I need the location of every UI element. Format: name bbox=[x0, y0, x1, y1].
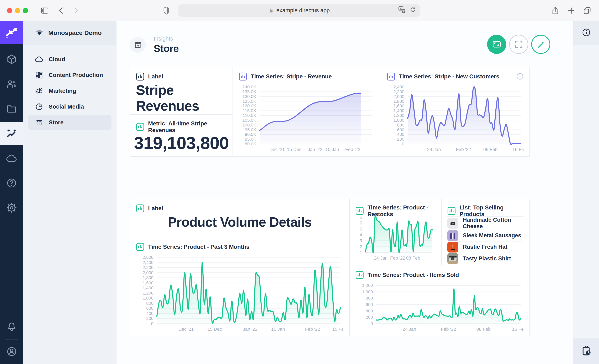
megaphone-icon bbox=[35, 87, 43, 95]
product-name: Handmade Cotton Cheese bbox=[463, 217, 523, 230]
module-gear-icon[interactable] bbox=[0, 196, 23, 219]
svg-text:800: 800 bbox=[366, 296, 373, 300]
panel-label-product: Label Product Volume Details bbox=[130, 199, 349, 237]
directus-logo[interactable] bbox=[0, 21, 23, 44]
product-list-item[interactable]: Sleek Metal Sausages bbox=[447, 230, 523, 241]
new-tab-icon[interactable] bbox=[566, 5, 577, 16]
svg-text:800: 800 bbox=[146, 301, 153, 306]
svg-text:2: 2 bbox=[360, 244, 362, 249]
module-account-icon[interactable] bbox=[0, 340, 23, 363]
reload-icon[interactable] bbox=[409, 6, 416, 15]
svg-text:0: 0 bbox=[370, 321, 373, 326]
svg-text:15 Dec: 15 Dec bbox=[207, 327, 222, 332]
svg-text:105.0K: 105.0K bbox=[242, 118, 256, 123]
product-thumbnail bbox=[447, 253, 458, 264]
svg-text:1,600: 1,600 bbox=[142, 280, 153, 285]
svg-text:110.0K: 110.0K bbox=[243, 113, 256, 118]
svg-text:Feb '22: Feb '22 bbox=[390, 255, 405, 261]
module-help-icon[interactable] bbox=[0, 171, 23, 195]
svg-text:140.0K: 140.0K bbox=[242, 85, 256, 89]
share-icon[interactable] bbox=[550, 5, 561, 16]
browser-forward-icon bbox=[71, 5, 81, 16]
svg-text:800: 800 bbox=[397, 123, 404, 127]
svg-text:1: 1 bbox=[360, 250, 362, 255]
edit-dashboard-button[interactable] bbox=[531, 35, 550, 54]
module-cloud-icon[interactable] bbox=[0, 147, 23, 170]
fit-screen-button[interactable] bbox=[487, 35, 506, 54]
svg-text:1,800: 1,800 bbox=[393, 99, 404, 104]
top-products-list: Handmade Cotton CheeseSleek Metal Sausag… bbox=[447, 216, 523, 264]
label-text: Stripe Revenues bbox=[136, 82, 227, 114]
sidebar-item-marketing[interactable]: Marketing bbox=[28, 83, 112, 98]
svg-text:1,000: 1,000 bbox=[362, 289, 373, 294]
svg-text:文: 文 bbox=[403, 10, 405, 12]
past-3-months-chart: 2,6002,4002,2002,0001,8001,6001,4001,200… bbox=[136, 255, 344, 333]
url-text: example.directus.app bbox=[276, 7, 330, 14]
activity-log-button[interactable] bbox=[573, 338, 599, 364]
svg-text:2,200: 2,200 bbox=[393, 89, 404, 94]
module-cube-icon[interactable] bbox=[0, 48, 23, 71]
product-list-item[interactable]: Handmade Cotton Cheese bbox=[447, 216, 523, 230]
project-header[interactable]: Monospace Demo bbox=[23, 21, 116, 45]
revenue-chart: 140.0K135.0K130.0K125.0K120.0K115.0K110.… bbox=[239, 85, 375, 153]
panel-top-selling-products: List: Top Selling Products Handmade Cott… bbox=[441, 199, 529, 265]
window-close-button[interactable] bbox=[7, 8, 12, 13]
svg-text:3: 3 bbox=[360, 238, 362, 243]
product-thumbnail bbox=[447, 242, 458, 252]
svg-text:600: 600 bbox=[366, 302, 373, 307]
svg-text:1,800: 1,800 bbox=[142, 275, 153, 280]
info-icon[interactable] bbox=[516, 72, 524, 81]
product-name: Sleek Metal Sausages bbox=[463, 232, 521, 239]
sidebar-item-social-media[interactable]: Social Media bbox=[28, 99, 112, 114]
svg-text:400: 400 bbox=[366, 309, 373, 313]
module-folder-icon[interactable] bbox=[0, 97, 23, 120]
svg-text:1,200: 1,200 bbox=[362, 283, 373, 288]
svg-text:1,600: 1,600 bbox=[393, 103, 404, 108]
signal-status-icon bbox=[35, 28, 44, 37]
info-icon[interactable] bbox=[582, 28, 591, 38]
svg-text:15 Dec: 15 Dec bbox=[287, 147, 301, 152]
sidebar-item-label: Store bbox=[49, 119, 64, 126]
svg-text:08 Feb: 08 Feb bbox=[476, 327, 491, 332]
svg-text:1,200: 1,200 bbox=[142, 291, 153, 295]
panel-metric: Metric: All-time Stripe Revenues 319,103… bbox=[130, 115, 233, 157]
browser-sidebar-toggle-icon[interactable] bbox=[40, 5, 50, 16]
module-insights-icon[interactable] bbox=[0, 122, 23, 145]
privacy-shield-icon[interactable] bbox=[161, 5, 172, 16]
panel-header: Metric: All-time Stripe Revenues bbox=[148, 120, 227, 133]
label-text: Product Volume Details bbox=[168, 214, 312, 230]
page-title: Store bbox=[154, 43, 179, 54]
sidebar-item-content-production[interactable]: Content Production bbox=[28, 68, 112, 83]
window-zoom-button[interactable] bbox=[23, 8, 28, 13]
svg-text:1,400: 1,400 bbox=[393, 108, 404, 113]
window-minimize-button[interactable] bbox=[15, 8, 20, 13]
translate-icon[interactable]: A文 bbox=[398, 6, 406, 15]
svg-text:200: 200 bbox=[397, 137, 404, 142]
svg-text:2,000: 2,000 bbox=[393, 94, 404, 99]
restocks-chart: 655432124 JanFeb '2208 Feb bbox=[355, 215, 435, 262]
panel-header: Time Series: Product - Past 3 Months bbox=[148, 244, 249, 250]
breadcrumb[interactable]: Insights bbox=[154, 36, 179, 42]
module-bell-icon[interactable] bbox=[0, 315, 23, 338]
panel-revenue-chart: Time Series: Stripe - Revenue 140.0K135.… bbox=[233, 67, 381, 157]
browser-back-icon[interactable] bbox=[56, 5, 67, 16]
panel-type-icon bbox=[136, 123, 144, 131]
panel-past-3-months-chart: Time Series: Product - Past 3 Months 2,6… bbox=[130, 237, 349, 336]
address-bar[interactable]: example.directus.app A文 bbox=[178, 4, 420, 17]
lock-icon bbox=[269, 8, 274, 13]
sidebar-item-store[interactable]: Store bbox=[28, 115, 112, 130]
project-sidebar: Monospace Demo CloudContent ProductionMa… bbox=[23, 21, 116, 364]
new-customers-chart: 2,4002,2002,0001,8001,6001,4001,2001,000… bbox=[387, 85, 523, 153]
svg-text:1,400: 1,400 bbox=[142, 285, 153, 290]
product-name: Tasty Plastic Shirt bbox=[463, 255, 511, 262]
sidebar-info-section[interactable] bbox=[573, 21, 599, 45]
tab-overview-icon[interactable] bbox=[582, 5, 592, 16]
svg-text:400: 400 bbox=[397, 132, 404, 137]
module-people-icon[interactable] bbox=[0, 72, 23, 96]
fullscreen-button[interactable] bbox=[509, 35, 528, 54]
product-list-item[interactable]: Tasty Plastic Shirt bbox=[447, 253, 523, 264]
sidebar-item-cloud[interactable]: Cloud bbox=[28, 52, 112, 67]
svg-text:16 Feb: 16 Feb bbox=[512, 147, 523, 152]
items-sold-chart: 1,2001,000800600400200024 JanFeb '2208 F… bbox=[355, 283, 523, 333]
product-list-item[interactable]: Rustic Fresh Hat bbox=[447, 241, 523, 252]
